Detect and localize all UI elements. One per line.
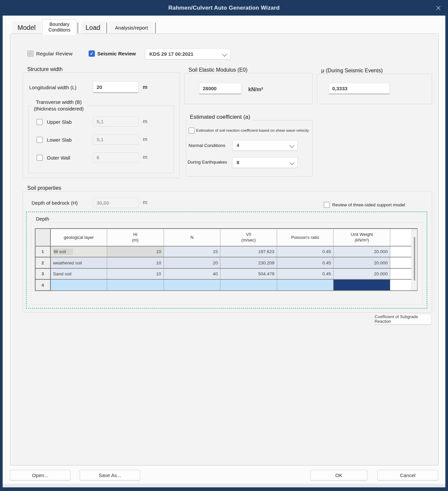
row-number-cell[interactable]: 4 xyxy=(35,279,50,291)
longitudinal-width-value: 20 xyxy=(97,84,102,90)
cell-layer[interactable]: weathered soil xyxy=(50,257,107,268)
cell-n[interactable]: 20 xyxy=(164,257,220,268)
transverse-title-line1: Transverse width (B) xyxy=(36,99,82,105)
row-number-cell[interactable]: 2 xyxy=(35,257,50,268)
structure-width-title: Structure width xyxy=(25,66,65,72)
header-v0-line2: (m/sec) xyxy=(241,238,256,243)
table-scrollbar-thumb[interactable] xyxy=(414,237,415,281)
header-v0[interactable]: V0(m/sec) xyxy=(220,229,277,246)
header-hi[interactable]: Hi(m) xyxy=(107,229,164,246)
header-v0-line1: V0 xyxy=(246,232,251,237)
tab-bc-label-2: Conditions xyxy=(48,27,70,33)
cell-poisson[interactable]: 0.45 xyxy=(277,257,334,268)
lower-slab-value: 5,1 xyxy=(97,137,104,142)
cell-unit-weight[interactable]: 20.000 xyxy=(334,246,390,257)
row-number-cell[interactable]: 3 xyxy=(35,268,50,280)
cell-n[interactable] xyxy=(164,279,220,291)
normal-conditions-label: Normal Conditions xyxy=(188,143,225,148)
title-bar: Rahmen/Culvert Auto Generation Wizard xyxy=(0,0,448,16)
cell-hi[interactable]: 10 xyxy=(107,257,164,268)
regular-review-label: Regular Review xyxy=(36,51,72,57)
subgrade-reaction-button[interactable]: Coefficient of Subgrade Reaction xyxy=(374,314,431,324)
tab-load-label: Load xyxy=(86,24,101,32)
tab-bc-label-1: Boundary xyxy=(49,22,69,28)
cell-n[interactable]: 15 xyxy=(164,246,220,257)
table-header-row: geological layer Hi(m) N V0(m/sec) Poiss… xyxy=(35,229,417,246)
outer-wall-checkbox[interactable] xyxy=(37,155,43,161)
cancel-button[interactable]: Cancel xyxy=(377,470,438,480)
tab-boundary-conditions[interactable]: Boundary Conditions xyxy=(42,19,77,35)
ok-button[interactable]: OK xyxy=(310,470,367,480)
cell-poisson[interactable]: 0.45 xyxy=(277,268,334,280)
cell-hi[interactable] xyxy=(107,279,164,291)
open-button[interactable]: Open... xyxy=(10,470,70,480)
table-row-4: 4 xyxy=(35,279,417,291)
cell-layer[interactable] xyxy=(50,279,107,291)
lower-slab-checkbox[interactable] xyxy=(37,137,43,143)
table-row-3: 3 Sand soil 10 40 504.479 0.45 20.000 xyxy=(35,268,417,280)
cell-hi[interactable]: 10 xyxy=(107,268,164,280)
header-poisson[interactable]: Poisson's ratio xyxy=(277,229,334,246)
three-sided-checkbox[interactable] xyxy=(324,202,330,208)
normal-conditions-select[interactable]: 4 xyxy=(232,140,298,151)
seismic-review-label: Seismic Review xyxy=(97,51,136,57)
header-geological-layer[interactable]: geological layer xyxy=(50,229,107,246)
cell-layer[interactable]: fill soil xyxy=(50,246,107,257)
tab-separator xyxy=(106,23,107,33)
close-icon[interactable]: ✕ xyxy=(434,4,443,13)
design-code-select[interactable]: KDS 29 17 00:2021 xyxy=(145,48,231,59)
regular-review-checkbox[interactable]: ✓ xyxy=(27,50,34,57)
seismic-review-checkbox[interactable]: ✓ xyxy=(89,50,95,57)
upper-slab-label: Upper Slab xyxy=(47,119,72,125)
during-earthquakes-value: 8 xyxy=(237,160,239,165)
cell-hi[interactable]: 10 xyxy=(107,246,164,257)
cell-n[interactable]: 40 xyxy=(164,268,220,280)
save-as-label: Save As... xyxy=(99,472,121,478)
shear-wave-checkbox[interactable] xyxy=(188,127,195,134)
footer-strip xyxy=(3,484,445,487)
soil-properties-title: Soil properties xyxy=(25,185,63,191)
outer-wall-input: 6 xyxy=(93,152,139,163)
cell-layer[interactable]: Sand soil xyxy=(50,268,107,280)
during-earthquakes-label: During Earthquakes xyxy=(187,160,227,165)
longitudinal-width-label: Longitudinal width (L) xyxy=(29,85,77,90)
cell-unit-weight[interactable]: 20.000 xyxy=(334,257,390,268)
cell-v0[interactable]: 230.209 xyxy=(220,257,277,268)
cell-poisson[interactable]: 0.45 xyxy=(277,246,334,257)
tab-load[interactable]: Load xyxy=(81,21,105,34)
mu-input[interactable]: 0,3333 xyxy=(329,83,390,94)
tab-analysis-label: Analysis/report xyxy=(115,25,148,31)
table-row-1: 1 fill soil 10 15 197.623 0.45 20.000 xyxy=(35,246,417,257)
header-unit-weight[interactable]: Unit Weight(kN/m³) xyxy=(334,229,390,246)
bedrock-depth-input: 30,00 xyxy=(93,197,139,208)
bedrock-depth-unit: m xyxy=(143,199,147,205)
cell-v0[interactable] xyxy=(220,279,277,291)
table-scrollbar[interactable] xyxy=(411,229,417,290)
header-n[interactable]: N xyxy=(164,229,220,246)
tab-model[interactable]: Model xyxy=(12,21,41,34)
save-as-button[interactable]: Save As... xyxy=(80,470,140,480)
upper-slab-checkbox[interactable] xyxy=(37,119,43,125)
tab-model-label: Model xyxy=(18,24,36,32)
estimated-coefficient-title: Estimated coefficient (a) xyxy=(188,114,252,120)
bedrock-depth-value: 30,00 xyxy=(97,200,109,206)
soil-modulus-input[interactable]: 28000 xyxy=(199,83,241,94)
table-row-2: 2 weathered soil 10 20 230.209 0.45 20.0… xyxy=(35,257,417,268)
cell-v0[interactable]: 197.623 xyxy=(220,246,277,257)
cell-unit-weight-selected[interactable] xyxy=(334,279,390,291)
longitudinal-unit: m xyxy=(143,84,147,90)
cell-v0[interactable]: 504.479 xyxy=(220,268,277,280)
soil-modulus-value: 28000 xyxy=(203,86,217,91)
cell-poisson[interactable] xyxy=(277,279,334,291)
header-uw-line1: Unit Weight xyxy=(351,232,373,237)
cell-unit-weight[interactable]: 20.000 xyxy=(334,268,390,280)
header-hi-line1: Hi xyxy=(133,232,137,237)
tab-analysis-report[interactable]: Analysis/report xyxy=(110,22,153,33)
row-number-cell[interactable]: 1 xyxy=(35,246,50,257)
tab-separator xyxy=(77,23,78,33)
ok-label: OK xyxy=(335,472,342,478)
during-earthquakes-select[interactable]: 8 xyxy=(232,157,298,168)
bedrock-depth-label: Depth of bedrock (H) xyxy=(32,200,78,206)
longitudinal-width-input[interactable]: 20 xyxy=(93,81,139,93)
lower-slab-label: Lower Slab xyxy=(47,137,72,143)
